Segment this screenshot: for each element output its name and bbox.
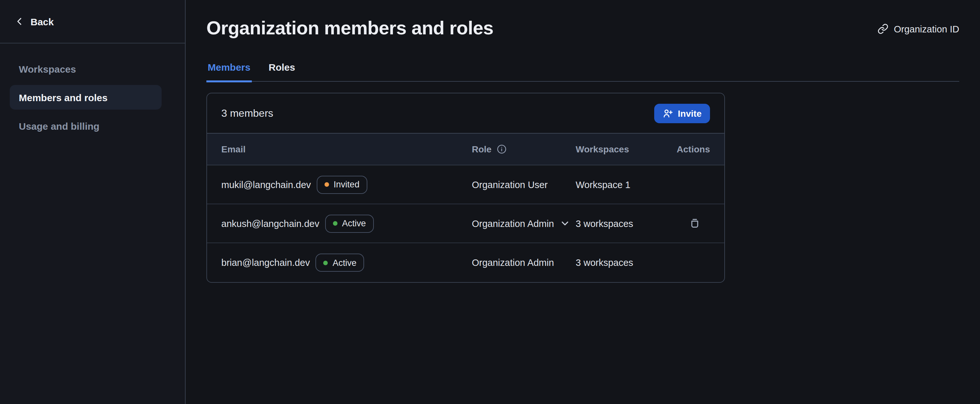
- member-email: brian@langchain.dev: [221, 257, 310, 268]
- status-badge: Active: [325, 214, 374, 233]
- column-header-workspaces: Workspaces: [576, 144, 676, 154]
- member-email: ankush@langchain.dev: [221, 218, 319, 228]
- members-card: 3 members Invite Email Role Workspaces: [206, 93, 725, 283]
- chevron-down-icon[interactable]: [560, 219, 570, 228]
- back-button[interactable]: Back: [0, 0, 185, 43]
- status-label: Invited: [334, 180, 360, 189]
- status-badge: Invited: [317, 176, 368, 193]
- status-label: Active: [342, 219, 366, 228]
- member-count: 3 members: [221, 107, 273, 119]
- table-row: ankush@langchain.devActiveOrganization A…: [207, 204, 724, 243]
- tab-bar: Members Roles: [206, 62, 959, 82]
- trash-icon: [689, 217, 701, 230]
- page-title: Organization members and roles: [206, 17, 959, 39]
- sidebar-nav: WorkspacesMembers and rolesUsage and bil…: [0, 56, 185, 142]
- role-cell[interactable]: Organization Admin: [472, 218, 576, 228]
- email-cell: ankush@langchain.devActive: [221, 214, 472, 233]
- member-role: Organization Admin: [472, 218, 554, 228]
- workspaces-cell: 3 workspaces: [576, 218, 676, 228]
- status-label: Active: [332, 258, 356, 268]
- member-email: mukil@langchain.dev: [221, 179, 311, 190]
- workspaces-cell: Workspace 1: [576, 179, 676, 190]
- column-header-email: Email: [221, 144, 472, 154]
- email-cell: mukil@langchain.devInvited: [221, 176, 472, 193]
- table-body: mukil@langchain.devInvitedOrganization U…: [207, 165, 724, 282]
- tab-roles[interactable]: Roles: [267, 62, 297, 82]
- link-icon: [878, 23, 889, 34]
- sidebar-item-usage-and-billing[interactable]: Usage and billing: [10, 114, 162, 138]
- back-label: Back: [30, 16, 54, 27]
- app-root: Back WorkspacesMembers and rolesUsage an…: [0, 0, 980, 404]
- invite-button[interactable]: Invite: [654, 103, 710, 123]
- workspaces-cell: 3 workspaces: [576, 257, 676, 268]
- status-dot: [323, 260, 328, 265]
- delete-member-button[interactable]: [687, 216, 702, 231]
- member-role: Organization User: [472, 179, 548, 190]
- sidebar: Back WorkspacesMembers and rolesUsage an…: [0, 0, 186, 404]
- main-content: Organization members and roles Organizat…: [186, 0, 980, 404]
- role-cell: Organization Admin: [472, 257, 576, 268]
- organization-id-button[interactable]: Organization ID: [878, 23, 959, 34]
- organization-id-label: Organization ID: [894, 24, 959, 34]
- actions-cell: [676, 216, 710, 231]
- info-icon[interactable]: [497, 144, 507, 154]
- chevron-left-icon: [15, 17, 24, 26]
- user-plus-icon: [663, 108, 673, 118]
- email-cell: brian@langchain.devActive: [221, 253, 472, 272]
- tab-members[interactable]: Members: [206, 62, 252, 82]
- column-header-role: Role: [472, 144, 576, 154]
- sidebar-item-workspaces[interactable]: Workspaces: [10, 56, 162, 81]
- member-role: Organization Admin: [472, 257, 554, 268]
- table-row: mukil@langchain.devInvitedOrganization U…: [207, 165, 724, 204]
- table-header-row: Email Role Workspaces Actions: [207, 133, 724, 165]
- status-badge: Active: [316, 253, 364, 272]
- role-cell: Organization User: [472, 179, 576, 190]
- status-dot: [325, 182, 329, 187]
- invite-button-label: Invite: [678, 108, 702, 118]
- column-header-actions: Actions: [676, 144, 710, 154]
- members-card-header: 3 members Invite: [207, 93, 724, 133]
- status-dot: [333, 221, 337, 226]
- sidebar-item-members-and-roles[interactable]: Members and roles: [10, 85, 162, 109]
- table-row: brian@langchain.devActiveOrganization Ad…: [207, 243, 724, 282]
